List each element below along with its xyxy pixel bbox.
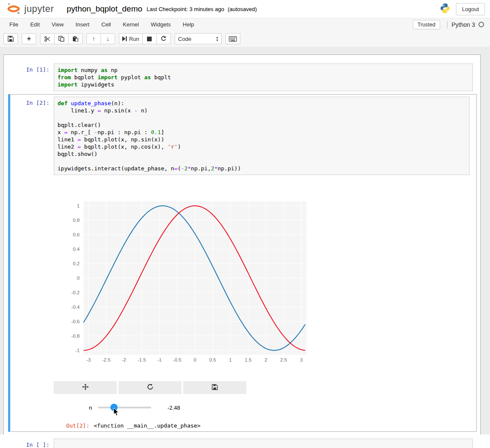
svg-text:0.5: 0.5 bbox=[209, 357, 216, 362]
move-cell-down-button[interactable]: ↓ bbox=[101, 33, 115, 44]
svg-text:-1: -1 bbox=[157, 357, 161, 362]
svg-text:2.5: 2.5 bbox=[280, 357, 287, 362]
svg-text:-0.5: -0.5 bbox=[173, 357, 182, 362]
svg-text:-0.2: -0.2 bbox=[71, 290, 80, 295]
notebook-container: In [1]: import numpy as npfrom bqplot im… bbox=[3, 55, 481, 434]
svg-text:0.6: 0.6 bbox=[73, 232, 80, 237]
svg-text:0.2: 0.2 bbox=[73, 261, 80, 266]
figure-toolbar bbox=[54, 381, 473, 394]
run-label: Run bbox=[129, 36, 139, 42]
code-editor[interactable]: def update_phase(n): line1.y = np.sin(x … bbox=[54, 97, 470, 175]
output-row: Out[2]: <function __main__.update_phase> bbox=[54, 419, 473, 429]
widget-output-area: 10.80.60.40.20-0.2-0.4-0.6-0.8-1-3-2.5-2… bbox=[54, 175, 473, 414]
paste-cell-button[interactable] bbox=[68, 33, 83, 44]
code-editor[interactable]: import numpy as npfrom bqplot import pyp… bbox=[54, 63, 473, 91]
move-icon bbox=[82, 384, 89, 391]
cell-type-value: Code bbox=[178, 36, 191, 42]
svg-text:1.5: 1.5 bbox=[245, 357, 251, 362]
menu-insert[interactable]: Insert bbox=[69, 18, 95, 31]
figure-reset-button[interactable] bbox=[118, 381, 182, 394]
arrow-down-icon: ↓ bbox=[107, 35, 110, 42]
mouse-cursor-icon bbox=[113, 408, 119, 418]
checkpoint-status: Last Checkpoint: 3 minutes ago bbox=[147, 6, 224, 12]
svg-text:0.4: 0.4 bbox=[73, 247, 80, 252]
menu-view[interactable]: View bbox=[46, 18, 69, 31]
logout-button[interactable]: Logout bbox=[456, 3, 485, 15]
notebook-title[interactable]: python_bqplot_demo bbox=[67, 4, 142, 14]
svg-text:3: 3 bbox=[300, 357, 303, 362]
restart-kernel-button[interactable] bbox=[156, 33, 171, 44]
select-arrows-icon: ▴▾ bbox=[216, 36, 218, 42]
menu-widgets[interactable]: Widgets bbox=[145, 18, 177, 31]
step-forward-icon bbox=[122, 36, 127, 41]
menu-file[interactable]: File bbox=[3, 18, 24, 31]
scissors-icon bbox=[44, 36, 51, 42]
input-prompt: In [1]: bbox=[10, 63, 54, 91]
menu-cell[interactable]: Cell bbox=[95, 18, 117, 31]
svg-text:1: 1 bbox=[229, 357, 232, 362]
run-button[interactable]: Run bbox=[119, 33, 143, 44]
code-cell-2[interactable]: In [2]: def update_phase(n): line1.y = n… bbox=[8, 94, 477, 432]
svg-text:-2: -2 bbox=[122, 357, 126, 362]
svg-text:0.8: 0.8 bbox=[73, 218, 80, 223]
paste-icon bbox=[72, 36, 78, 42]
plus-icon: + bbox=[27, 34, 31, 43]
svg-text:-0.8: -0.8 bbox=[71, 333, 80, 339]
svg-text:1: 1 bbox=[77, 203, 80, 208]
cut-cell-button[interactable] bbox=[40, 33, 55, 44]
svg-text:2: 2 bbox=[265, 357, 267, 362]
menubar: File Edit View Insert Cell Kernel Widget… bbox=[0, 18, 490, 31]
code-cell-1[interactable]: In [1]: import numpy as npfrom bqplot im… bbox=[8, 61, 477, 94]
svg-text:0: 0 bbox=[193, 357, 196, 362]
svg-text:-0.6: -0.6 bbox=[71, 319, 80, 324]
trusted-badge[interactable]: Trusted bbox=[413, 20, 440, 29]
slider-track[interactable] bbox=[98, 407, 151, 408]
menu-edit[interactable]: Edit bbox=[24, 18, 46, 31]
move-cell-up-button[interactable]: ↑ bbox=[86, 33, 101, 44]
interrupt-kernel-button[interactable] bbox=[142, 33, 157, 44]
input-prompt: In [2]: bbox=[10, 97, 54, 429]
figure-pan-button[interactable] bbox=[54, 381, 117, 394]
refresh-icon bbox=[147, 384, 153, 391]
divider bbox=[447, 21, 447, 29]
svg-text:-2.5: -2.5 bbox=[102, 357, 110, 362]
notebook-toolbar: + ↑ ↓ Run bbox=[0, 31, 490, 47]
save-icon bbox=[212, 384, 218, 391]
stop-icon bbox=[147, 37, 152, 41]
figure-save-button[interactable] bbox=[183, 381, 246, 394]
output-text: <function __main__.update_phase> bbox=[94, 419, 473, 429]
save-button[interactable] bbox=[3, 33, 18, 44]
autosave-status: (autosaved) bbox=[228, 6, 257, 12]
code-cell-3[interactable]: In [ ]: bbox=[8, 436, 477, 448]
menu-kernel[interactable]: Kernel bbox=[117, 18, 145, 31]
menu-help[interactable]: Help bbox=[177, 18, 200, 31]
arrow-up-icon: ↑ bbox=[92, 35, 95, 42]
svg-text:-1.5: -1.5 bbox=[138, 357, 146, 362]
slider-readout: -2.48 bbox=[167, 405, 180, 411]
bqplot-figure[interactable]: 10.80.60.40.20-0.2-0.4-0.6-0.8-1-3-2.5-2… bbox=[54, 194, 309, 369]
add-cell-button[interactable]: + bbox=[22, 33, 36, 44]
restart-icon bbox=[161, 36, 167, 42]
jupyter-logo-icon[interactable] bbox=[6, 2, 21, 16]
keyboard-icon bbox=[229, 36, 237, 42]
python-logo-icon bbox=[439, 3, 451, 16]
jupyter-wordmark: jupyter bbox=[24, 3, 54, 14]
slider-label: n bbox=[54, 405, 92, 411]
command-palette-button[interactable] bbox=[225, 33, 240, 44]
svg-text:-1: -1 bbox=[75, 348, 80, 353]
kernel-name: Python 3 bbox=[452, 21, 475, 28]
svg-text:0: 0 bbox=[77, 276, 80, 281]
kernel-idle-indicator-icon bbox=[478, 22, 484, 27]
svg-text:-0.4: -0.4 bbox=[71, 304, 80, 310]
svg-text:-3: -3 bbox=[86, 357, 91, 362]
code-editor[interactable] bbox=[54, 439, 473, 448]
floppy-icon bbox=[8, 36, 14, 42]
input-prompt: In [ ]: bbox=[10, 439, 54, 448]
output-prompt: Out[2]: bbox=[54, 419, 94, 429]
notebook-header: jupyter python_bqplot_demo Last Checkpoi… bbox=[0, 0, 490, 18]
copy-icon bbox=[58, 36, 64, 42]
notebook-site: In [1]: import numpy as npfrom bqplot im… bbox=[0, 47, 490, 434]
cell-type-select[interactable]: Code ▴▾ bbox=[175, 33, 222, 44]
copy-cell-button[interactable] bbox=[54, 33, 69, 44]
interact-slider-row: n -2.48 bbox=[54, 402, 473, 414]
